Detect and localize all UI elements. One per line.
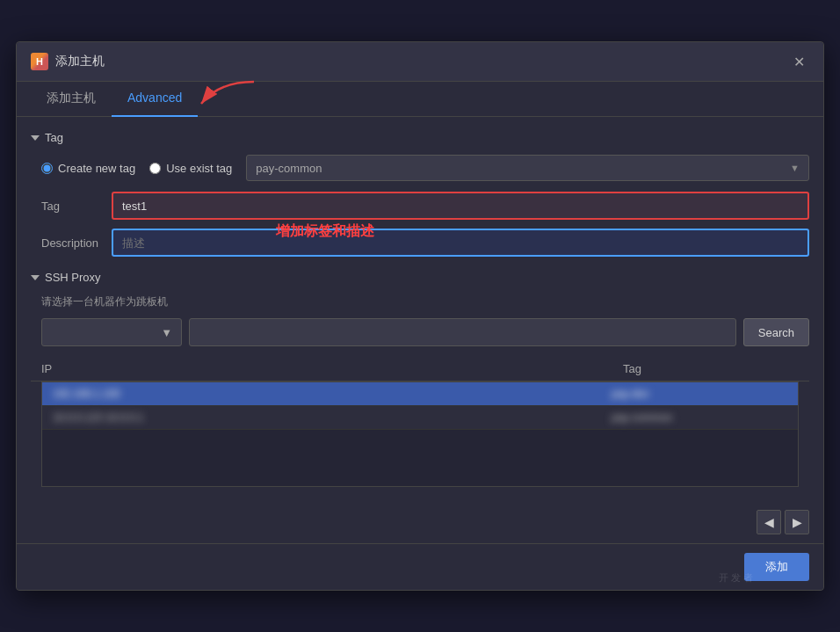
tag-label: Tag — [41, 200, 112, 213]
footer: 开 发 者 添加 — [17, 543, 823, 590]
ssh-section-label: SSH Proxy — [45, 271, 101, 284]
tab-advanced[interactable]: Advanced — [112, 82, 198, 117]
ssh-collapse-triangle — [31, 275, 40, 280]
row-tag-1: pay-dev — [612, 388, 787, 400]
titlebar: H 添加主机 ✕ — [17, 42, 823, 82]
prev-page-button[interactable]: ◀ — [757, 510, 781, 534]
col-ip-header: IP — [41, 362, 623, 375]
tab-add-host[interactable]: 添加主机 — [31, 82, 112, 117]
table-header: IP Tag — [31, 357, 809, 381]
tag-options: Create new tag Use exist tag pay-common … — [31, 155, 809, 181]
use-exist-label[interactable]: Use exist tag — [166, 162, 232, 175]
next-page-button[interactable]: ▶ — [785, 510, 809, 534]
table-row[interactable]: 10.0.0.123 10.0.0.1 pay-common — [42, 406, 798, 430]
ssh-proxy-select[interactable]: ▼ — [41, 318, 182, 346]
use-exist-radio-group: Use exist tag — [149, 162, 232, 175]
search-button[interactable]: Search — [743, 318, 809, 346]
app-icon: H — [31, 53, 48, 70]
desc-form-row: Description — [31, 229, 809, 257]
tag-section-header[interactable]: Tag — [31, 131, 809, 144]
row-ip-1: 192.168.1.100 — [53, 388, 612, 400]
close-button[interactable]: ✕ — [788, 51, 809, 72]
row-ip-2: 10.0.0.123 10.0.0.1 — [53, 411, 612, 424]
desc-label: Description — [41, 236, 112, 250]
col-tag-header: Tag — [623, 362, 799, 375]
dialog-title: 添加主机 — [55, 54, 105, 69]
create-new-label[interactable]: Create new tag — [58, 162, 135, 175]
description-input[interactable] — [112, 229, 809, 257]
tag-input[interactable] — [112, 192, 809, 220]
ssh-select-chevron-icon: ▼ — [161, 326, 172, 339]
table-row[interactable]: 192.168.1.100 pay-dev — [42, 382, 798, 406]
ssh-section-header[interactable]: SSH Proxy — [31, 271, 809, 284]
chevron-down-icon: ▼ — [790, 163, 800, 173]
table-body: 192.168.1.100 pay-dev 10.0.0.123 10.0.0.… — [41, 381, 799, 487]
tag-section-label: Tag — [45, 131, 63, 144]
tag-dropdown-value: pay-common — [256, 162, 322, 175]
collapse-triangle — [31, 135, 40, 141]
tag-dropdown[interactable]: pay-common ▼ — [246, 155, 809, 181]
use-exist-radio[interactable] — [149, 163, 161, 174]
ssh-search-input[interactable] — [189, 318, 736, 346]
tag-form-row: Tag — [31, 192, 809, 220]
pagination: ◀ ▶ — [17, 501, 823, 543]
ssh-hint: 请选择一台机器作为跳板机 — [31, 294, 809, 309]
content: Tag Create new tag Use exist tag pay-com… — [17, 117, 823, 501]
ssh-section: SSH Proxy 请选择一台机器作为跳板机 ▼ Search IP Tag 1… — [31, 271, 809, 487]
ssh-controls: ▼ Search — [31, 318, 809, 346]
row-tag-2: pay-common — [612, 411, 787, 424]
annotation-text: 增加标签和描述 — [276, 222, 374, 241]
tabs: 添加主机 Advanced — [17, 82, 823, 117]
dialog: H 添加主机 ✕ 添加主机 Advanced Tag Create new — [16, 41, 824, 591]
watermark: 开 发 者 — [719, 571, 753, 585]
create-new-radio[interactable] — [41, 163, 53, 174]
add-button[interactable]: 添加 — [744, 553, 809, 581]
create-new-radio-group: Create new tag — [41, 162, 135, 175]
